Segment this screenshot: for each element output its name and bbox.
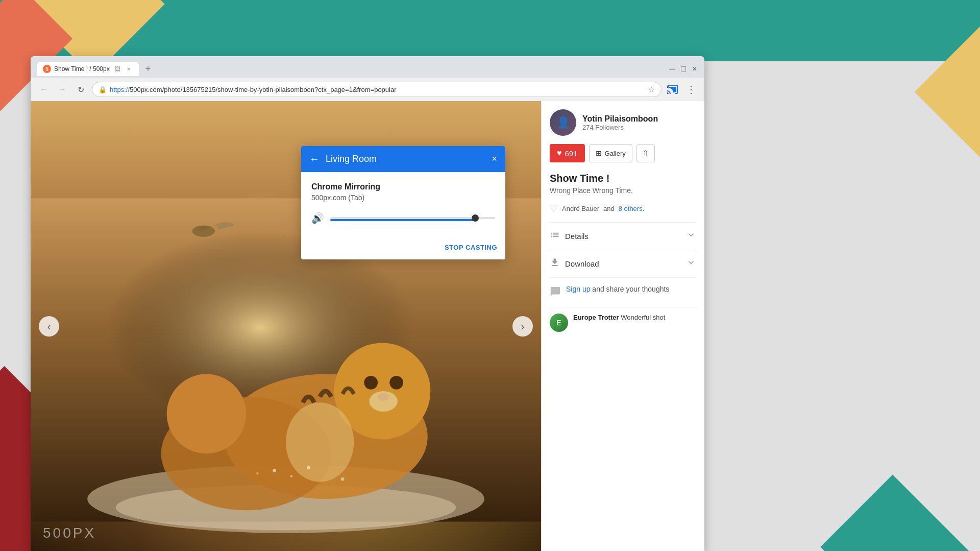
likes-section: ♡ André Bauer and 8 others. <box>550 203 696 214</box>
details-label: Details <box>565 232 681 241</box>
browser-chrome: 5 Show Time ! / 500px 🖼 × + ─ □ × ← → ↻ … <box>31 56 704 101</box>
bookmark-icon[interactable]: ☆ <box>648 85 655 94</box>
minimize-button[interactable]: ─ <box>669 65 676 73</box>
tab-thumbnail-icon: 🖼 <box>115 66 120 72</box>
cast-icon <box>667 83 679 95</box>
cast-volume-control: 🔊 <box>311 212 495 224</box>
cast-modal: ← Living Room × Chrome Mirroring 500px.c… <box>301 146 505 259</box>
cast-modal-footer: STOP CASTING <box>301 239 505 259</box>
comment-prompt-suffix: and share your thoughts <box>590 285 669 293</box>
comment-prompt-section: Sign up and share your thoughts <box>550 277 696 307</box>
volume-icon: 🔊 <box>311 212 324 224</box>
action-buttons: ♥ 691 ⊞ Gallery ⇧ <box>550 144 696 162</box>
comment-prompt-text: Sign up and share your thoughts <box>566 285 669 293</box>
cast-modal-title: Living Room <box>326 154 485 164</box>
comment-text-body: Wonderful shot <box>621 314 665 321</box>
author-avatar: 👤 <box>550 109 576 136</box>
comment-icon <box>550 286 561 300</box>
gallery-label: Gallery <box>605 150 626 157</box>
download-chevron <box>686 257 696 270</box>
liker-name: André Bauer <box>562 205 599 212</box>
url-text: https://500px.com/photo/135675215/show-t… <box>110 86 397 93</box>
browser-menu-button[interactable]: ⋮ <box>684 82 698 97</box>
maximize-button[interactable]: □ <box>680 65 687 73</box>
avatar-image: 👤 <box>550 109 576 136</box>
author-name[interactable]: Yotin Pilaisomboon <box>582 114 658 124</box>
tab-favicon: 5 <box>43 65 51 73</box>
new-tab-button[interactable]: + <box>141 62 155 76</box>
volume-fill <box>330 219 475 221</box>
commenter-name: Europe Trotter <box>573 314 619 321</box>
photo-subtitle: Wrong Place Wrong Time. <box>550 186 696 195</box>
details-icon <box>550 230 560 243</box>
url-path: /photo/135675215/show-time-by-yotin-pila… <box>162 86 397 93</box>
author-section: 👤 Yotin Pilaisomboon 274 Followers <box>550 109 696 136</box>
url-domain: 500px.com <box>130 86 162 93</box>
secure-icon: 🔒 <box>99 86 107 93</box>
like-count: 691 <box>565 149 578 158</box>
likes-heart-icon: ♡ <box>550 203 558 214</box>
volume-slider[interactable] <box>330 217 495 219</box>
close-window-button[interactable]: × <box>691 65 698 73</box>
tab-title: Show Time ! / 500px <box>54 65 111 73</box>
gallery-icon: ⊞ <box>596 149 602 157</box>
gallery-button[interactable]: ⊞ Gallery <box>589 144 632 162</box>
bg-teal2 <box>820 475 980 551</box>
url-bar[interactable]: 🔒 https://500px.com/photo/135675215/show… <box>92 82 662 97</box>
tab-close-button[interactable]: × <box>125 65 133 73</box>
download-section[interactable]: Download <box>550 250 696 277</box>
volume-thumb[interactable] <box>472 214 479 222</box>
photo-title: Show Time ! <box>550 173 696 184</box>
heart-icon: ♥ <box>557 149 562 158</box>
cast-modal-body: Chrome Mirroring 500px.com (Tab) 🔊 <box>301 172 505 239</box>
others-link[interactable]: 8 others. <box>619 205 645 212</box>
cast-modal-overlay: ← Living Room × Chrome Mirroring 500px.c… <box>31 101 541 551</box>
cast-back-button[interactable]: ← <box>309 153 320 165</box>
cast-button[interactable] <box>666 82 680 97</box>
address-bar: ← → ↻ 🔒 https://500px.com/photo/13567521… <box>31 78 704 101</box>
author-info: Yotin Pilaisomboon 274 Followers <box>582 114 658 131</box>
commenter-initial: E <box>556 319 561 327</box>
cast-modal-header: ← Living Room × <box>301 146 505 172</box>
cast-modal-close-button[interactable]: × <box>492 154 497 164</box>
comment-content: Europe Trotter Wonderful shot <box>573 314 665 321</box>
details-section[interactable]: Details <box>550 222 696 250</box>
forward-button[interactable]: → <box>55 82 69 97</box>
comment-row: E Europe Trotter Wonderful shot <box>550 307 696 338</box>
browser-tab[interactable]: 5 Show Time ! / 500px 🖼 × <box>37 62 139 76</box>
commenter-avatar: E <box>550 314 568 332</box>
browser-window: 5 Show Time ! / 500px 🖼 × + ─ □ × ← → ↻ … <box>31 56 704 551</box>
title-bar: 5 Show Time ! / 500px 🖼 × + ─ □ × <box>31 56 704 78</box>
share-button[interactable]: ⇧ <box>636 144 655 162</box>
likes-and: and <box>603 205 615 212</box>
details-chevron <box>686 230 696 243</box>
author-followers: 274 Followers <box>582 124 658 131</box>
url-host: https:// <box>110 86 130 93</box>
like-button[interactable]: ♥ 691 <box>550 144 585 162</box>
page-content: 500PX ‹ › ← Living Room × Chrome Mirrori… <box>31 101 704 551</box>
refresh-button[interactable]: ↻ <box>74 82 88 97</box>
cast-source-tab: 500px.com (Tab) <box>311 194 495 202</box>
right-sidebar: 👤 Yotin Pilaisomboon 274 Followers ♥ 691… <box>541 101 704 551</box>
signup-link[interactable]: Sign up <box>566 285 590 293</box>
download-icon <box>550 257 560 270</box>
photo-area: 500PX ‹ › ← Living Room × Chrome Mirrori… <box>31 101 541 551</box>
back-button[interactable]: ← <box>37 82 51 97</box>
stop-casting-button[interactable]: STOP CASTING <box>445 244 497 251</box>
cast-source-name: Chrome Mirroring <box>311 182 495 191</box>
window-controls: ─ □ × <box>669 65 698 73</box>
download-label: Download <box>565 259 681 268</box>
